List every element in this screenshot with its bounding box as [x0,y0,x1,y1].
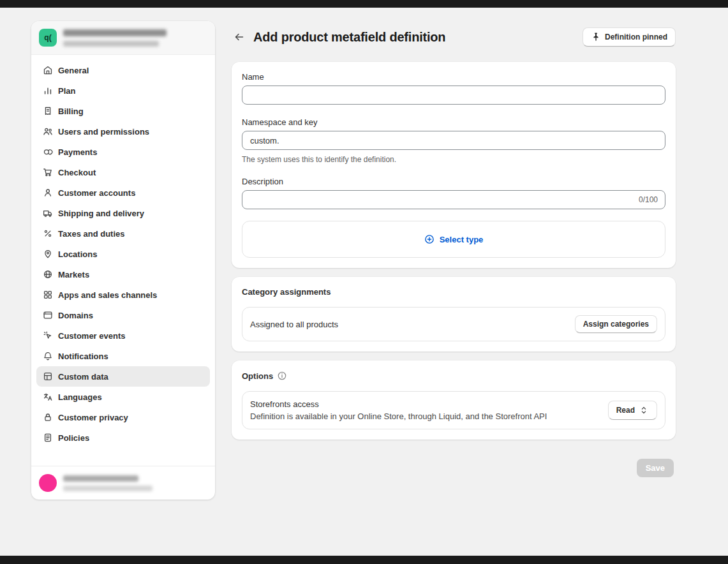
save-button[interactable]: Save [637,459,674,477]
plus-circle-icon [424,234,435,244]
sidebar-item-general[interactable]: General [36,60,210,80]
main-content: Add product metafield definition Definit… [232,21,676,477]
namespace-field-group: Namespace and key The system uses this t… [242,117,665,164]
apps-icon [43,290,53,300]
storefront-access-select[interactable]: Read [608,401,657,420]
payments-icon [43,147,53,157]
page-title: Add product metafield definition [253,30,445,45]
sidebar-item-label: Policies [58,433,89,443]
sidebar-item-label: Customer accounts [58,188,135,198]
sidebar-item-locations[interactable]: Locations [36,244,210,264]
sidebar-nav: GeneralPlanBillingUsers and permissionsP… [31,55,215,466]
sidebar-item-label: Users and permissions [58,127,149,137]
namespace-help-text: The system uses this to identify the def… [242,155,665,164]
sidebar-item-label: Customer events [58,331,125,341]
sidebar-item-checkout[interactable]: Checkout [36,162,210,182]
sidebar-item-domains[interactable]: Domains [36,305,210,325]
namespace-key-input[interactable] [242,131,665,150]
policies-icon [43,433,53,443]
sidebar-item-shipping-and-delivery[interactable]: Shipping and delivery [36,203,210,223]
sidebar-item-label: Customer privacy [58,413,128,422]
customer-events-icon [43,330,53,341]
domains-icon [43,310,53,320]
page-header: Add product metafield definition Definit… [232,21,676,47]
sidebar-item-notifications[interactable]: Notifications [36,346,210,366]
sidebar-item-policies[interactable]: Policies [36,427,210,448]
user-meta [63,475,152,491]
sidebar-item-payments[interactable]: Payments [36,142,210,162]
sidebar-item-label: Locations [58,249,97,259]
sidebar-item-label: Languages [58,392,102,402]
taxes-icon [43,228,53,239]
languages-icon [43,392,53,402]
locations-icon [43,249,53,259]
category-assignments-card: Category assignments Assigned to all pro… [232,277,676,352]
back-arrow-icon [234,32,244,42]
character-counter: 0/100 [639,195,658,204]
sidebar-item-apps-and-sales-channels[interactable]: Apps and sales channels [36,285,210,305]
sidebar-item-languages[interactable]: Languages [36,387,210,407]
sidebar-item-billing[interactable]: Billing [36,101,210,121]
description-field-group: Description 0/100 [242,177,665,209]
access-value: Read [616,406,635,415]
top-bar [0,0,728,8]
markets-icon [43,269,53,279]
store-icon [43,65,53,75]
customer-privacy-icon [43,412,53,422]
sidebar-item-markets[interactable]: Markets [36,264,210,285]
name-label: Name [242,72,665,82]
definition-pinned-button[interactable]: Definition pinned [583,27,676,47]
sidebar-item-label: Shipping and delivery [58,209,144,218]
sidebar-item-label: Notifications [58,352,108,361]
namespace-key-label: Namespace and key [242,117,665,127]
storefronts-access-title: Storefronts access [250,399,547,409]
sidebar-item-customer-events[interactable]: Customer events [36,325,210,346]
definition-form-card: Name Namespace and key The system uses t… [232,62,676,268]
store-header[interactable]: q( [31,21,215,55]
updown-chevron-icon [639,405,649,415]
sidebar-item-label: Apps and sales channels [58,290,157,300]
plan-icon [43,85,53,96]
sidebar-item-label: General [58,66,89,75]
definition-pinned-label: Definition pinned [605,33,667,41]
settings-sidebar: q( GeneralPlanBillingUsers and permissio… [31,21,215,500]
store-email-redacted [63,41,159,47]
select-type-button[interactable]: Select type [242,221,665,258]
store-meta [63,29,167,47]
sidebar-item-label: Markets [58,270,89,279]
sidebar-item-customer-privacy[interactable]: Customer privacy [36,407,210,427]
storefronts-access-text: Storefronts access Definition is availab… [250,399,547,421]
back-button[interactable] [233,31,246,43]
billing-icon [43,106,53,116]
sidebar-item-customer-accounts[interactable]: Customer accounts [36,182,210,203]
storefronts-access-description: Definition is available in your Online S… [250,412,547,421]
sidebar-item-plan[interactable]: Plan [36,80,210,101]
category-assignments-box: Assigned to all products Assign categori… [242,307,665,341]
options-heading: Options [242,371,273,381]
save-row: Save [232,459,676,477]
user-footer[interactable] [31,466,215,500]
sidebar-item-users-and-permissions[interactable]: Users and permissions [36,121,210,142]
storefronts-access-box: Storefronts access Definition is availab… [242,391,665,429]
users-icon [43,126,53,137]
sidebar-item-label: Payments [58,147,97,157]
sidebar-item-label: Plan [58,86,75,96]
sidebar-item-taxes-and-duties[interactable]: Taxes and duties [36,223,210,244]
user-name-redacted [63,475,138,482]
assign-categories-button[interactable]: Assign categories [575,315,657,333]
checkout-icon [43,167,53,177]
name-input[interactable] [242,85,665,105]
category-assignments-heading: Category assignments [242,287,665,297]
user-email-redacted [63,486,152,491]
custom-data-icon [43,371,53,382]
description-input[interactable] [242,190,665,209]
sidebar-item-label: Billing [58,107,84,116]
select-type-label: Select type [440,235,484,244]
assigned-to-text: Assigned to all products [250,320,338,329]
sidebar-item-label: Domains [58,311,93,320]
sidebar-item-custom-data[interactable]: Custom data [36,366,210,387]
description-label: Description [242,177,665,186]
sidebar-item-label: Custom data [58,372,108,382]
options-heading-row: Options [242,371,665,381]
info-icon[interactable] [277,371,287,381]
